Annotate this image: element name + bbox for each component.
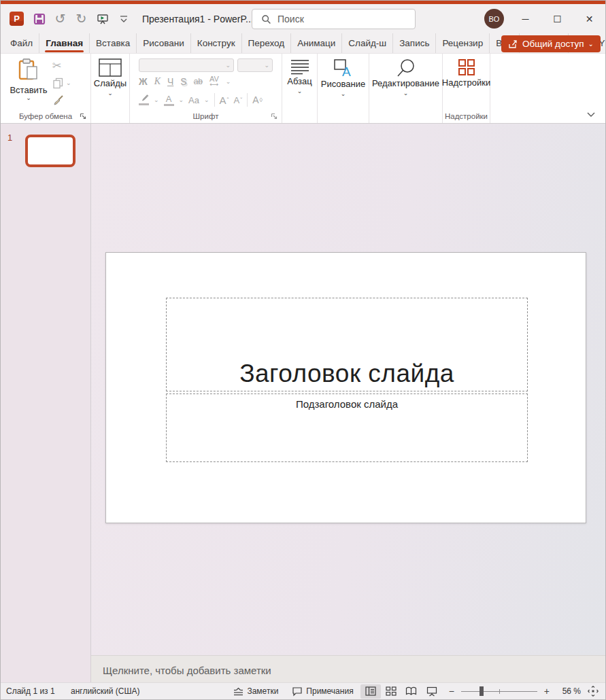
character-spacing-button[interactable]: AV ⟷ (209, 77, 219, 86)
maximize-button[interactable]: ☐ (541, 4, 573, 33)
underline-button[interactable]: Ч (167, 76, 173, 87)
start-slideshow-button[interactable] (92, 8, 113, 29)
notes-pane[interactable]: Щелкните, чтобы добавить заметки (91, 655, 605, 684)
font-color-bar (164, 104, 174, 106)
title-bar: P ↺ ↻ Презентация1 - PowerP... (1, 4, 605, 33)
font-color-letter: А (166, 94, 172, 103)
format-painter-button[interactable] (52, 94, 71, 107)
tab-record[interactable]: Запись (393, 33, 436, 53)
paragraph-menu-button[interactable]: Абзац ⌄ (282, 54, 317, 111)
new-slide-button[interactable]: Слайды ⌄ (91, 54, 129, 111)
increase-font-button[interactable]: Аˆ (220, 94, 229, 106)
decrease-font-button[interactable]: Аˇ (234, 95, 243, 105)
change-case-button[interactable]: Aa (188, 95, 199, 105)
paste-chevron-icon: ⌄ (9, 95, 48, 101)
highlight-chevron-icon: ⌄ (154, 97, 159, 103)
powerpoint-window: P ↺ ↻ Презентация1 - PowerP... (0, 0, 606, 700)
addins-group-label: Надстройки (443, 112, 490, 120)
search-input[interactable]: Поиск (252, 9, 416, 29)
collapse-ribbon-button[interactable] (586, 111, 596, 118)
window-controls: ─ ☐ ✕ (509, 4, 605, 33)
tab-file[interactable]: Файл (3, 33, 39, 53)
slide-editor-area: Заголовок слайда Подзаголовок слайда (91, 124, 605, 655)
highlighter-icon (139, 94, 149, 103)
copy-button[interactable]: ⌄ (52, 76, 71, 90)
close-icon: ✕ (586, 14, 594, 24)
comments-toggle[interactable]: Примечания (285, 683, 360, 700)
view-normal-button[interactable] (360, 684, 381, 699)
title-placeholder[interactable]: Заголовок слайда (166, 298, 528, 391)
tab-design[interactable]: Конструк (191, 33, 242, 53)
clear-formatting-button[interactable]: А◊ (252, 94, 263, 105)
share-button[interactable]: Общий доступ ⌄ (501, 35, 601, 52)
slide-thumbnail[interactable] (25, 135, 75, 167)
zoom-level[interactable]: 56 % (556, 686, 581, 696)
view-reading-button[interactable] (401, 684, 422, 699)
bold-button[interactable]: Ж (139, 76, 148, 87)
italic-button[interactable]: К (154, 76, 161, 87)
zoom-slider[interactable] (461, 686, 537, 696)
minimize-icon: ─ (522, 14, 529, 24)
editing-chevron-icon: ⌄ (403, 90, 409, 97)
tab-transitions[interactable]: Переход (242, 33, 292, 53)
tab-animations[interactable]: Анимаци (291, 33, 342, 53)
status-bar: Слайд 1 из 1 английский (США) Заметки Пр… (1, 682, 605, 699)
subtitle-placeholder[interactable]: Подзаголовок слайда (166, 393, 528, 462)
minimize-button[interactable]: ─ (509, 4, 541, 33)
ribbon-tab-bar: Файл Главная Вставка Рисовани Конструк П… (1, 33, 605, 54)
highlight-color-button[interactable] (139, 94, 149, 105)
redo-icon: ↻ (76, 11, 87, 27)
font-size-combobox[interactable]: ⌄ (237, 58, 273, 72)
editing-menu-button[interactable]: Редактирование ⌄ (369, 54, 442, 111)
status-right: Заметки Примечания (226, 683, 605, 700)
decrease-font-mark: ˇ (240, 97, 242, 103)
fit-to-window-icon (588, 686, 599, 697)
paste-button[interactable]: Вставить ⌄ (9, 58, 48, 101)
redo-button[interactable]: ↻ (71, 8, 92, 29)
quick-access-toolbar: P ↺ ↻ (1, 8, 134, 29)
cut-button[interactable]: ✂ (52, 58, 71, 72)
group-editing: Редактирование ⌄ (369, 54, 443, 123)
view-slideshow-button[interactable] (422, 684, 442, 699)
clipboard-dialog-launcher[interactable] (80, 113, 87, 120)
slide-canvas[interactable]: Заголовок слайда Подзаголовок слайда (105, 252, 586, 523)
font-name-combobox[interactable]: ⌄ (139, 58, 234, 72)
drawing-menu-button[interactable]: A Рисование ⌄ (318, 54, 369, 111)
customize-qat-button[interactable] (113, 8, 134, 29)
fit-slide-button[interactable] (585, 686, 605, 697)
highlight-color-bar (139, 103, 149, 105)
font-dialog-launcher[interactable] (271, 113, 278, 120)
notes-toggle[interactable]: Заметки (226, 683, 285, 700)
text-shadow-button[interactable]: S (180, 76, 186, 87)
save-button[interactable] (29, 8, 50, 29)
slide-counter[interactable]: Слайд 1 из 1 (6, 686, 71, 696)
powerpoint-app-icon[interactable]: P (10, 12, 24, 26)
view-sorter-button[interactable] (381, 684, 401, 699)
scissors-icon: ✂ (52, 59, 61, 72)
addins-button[interactable]: Надстройки (443, 54, 490, 111)
slideshow-icon (97, 13, 109, 25)
slide-thumbnail-panel: 1 (1, 124, 91, 684)
close-button[interactable]: ✕ (573, 4, 605, 33)
undo-button[interactable]: ↺ (50, 8, 71, 29)
ribbon: Вставить ⌄ ✂ ⌄ Буфер (1, 54, 605, 124)
tab-review[interactable]: Рецензир (436, 33, 490, 53)
tab-insert[interactable]: Вставка (90, 33, 137, 53)
strikethrough-button[interactable]: ab (194, 77, 203, 86)
tab-draw[interactable]: Рисовани (137, 33, 190, 53)
drawing-a-letter: A (342, 65, 351, 77)
copy-chevron-icon: ⌄ (66, 80, 71, 86)
zoom-out-button[interactable]: − (446, 686, 457, 697)
zoom-in-button[interactable]: + (541, 686, 552, 697)
tab-slideshow[interactable]: Слайд-ш (342, 33, 393, 53)
zoom-controls: − + (442, 686, 556, 697)
magnifier-icon (396, 58, 416, 79)
tab-home[interactable]: Главная (39, 33, 90, 53)
zoom-slider-thumb[interactable] (479, 686, 484, 696)
group-addins: Надстройки Надстройки (443, 54, 490, 123)
title-placeholder-text: Заголовок слайда (239, 360, 454, 391)
font-name-chevron-icon: ⌄ (225, 62, 231, 69)
language-indicator[interactable]: английский (США) (71, 686, 173, 696)
account-avatar[interactable]: ВО (484, 9, 504, 29)
font-color-button[interactable]: А (164, 94, 174, 106)
